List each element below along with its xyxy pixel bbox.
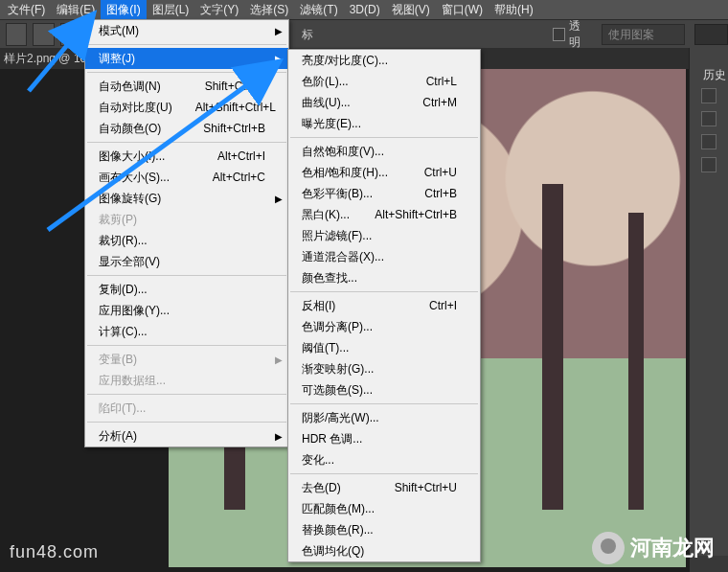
- menu-item[interactable]: 变化...: [288, 449, 480, 470]
- menubar-item[interactable]: 图像(I): [101, 0, 146, 20]
- transparent-checkbox[interactable]: 透明: [553, 18, 590, 51]
- photo-decor: [542, 184, 563, 510]
- menu-item[interactable]: 图像旋转(G)▶: [85, 188, 288, 209]
- menubar-item[interactable]: 文字(Y): [194, 0, 244, 20]
- menu-item: 变量(B)▶: [85, 349, 288, 370]
- menu-item[interactable]: 匹配颜色(M)...: [288, 498, 480, 519]
- menu-item[interactable]: 通道混合器(X)...: [288, 246, 480, 267]
- menu-item[interactable]: 反相(I)Ctrl+I: [288, 295, 480, 316]
- menu-item[interactable]: 应用图像(Y)...: [85, 300, 288, 321]
- menu-item[interactable]: 复制(D)...: [85, 279, 288, 300]
- color-swatch[interactable]: [694, 24, 728, 45]
- menu-item[interactable]: 可选颜色(S)...: [288, 379, 480, 400]
- menu-item[interactable]: 模式(M)▶: [85, 20, 288, 41]
- menu-item[interactable]: 色相/饱和度(H)...Ctrl+U: [288, 162, 480, 183]
- menubar-item[interactable]: 滤镜(T): [294, 0, 343, 20]
- menu-separator: [290, 291, 478, 292]
- menu-item[interactable]: 显示全部(V): [85, 251, 288, 272]
- menu-item[interactable]: 色彩平衡(B)...Ctrl+B: [288, 183, 480, 204]
- menu-separator: [87, 345, 286, 346]
- menu-item: 裁剪(P): [85, 209, 288, 230]
- menu-item[interactable]: 自动色调(N)Shift+Ctrl+L: [85, 76, 288, 97]
- menu-item[interactable]: 颜色查找...: [288, 267, 480, 288]
- menu-separator: [87, 44, 286, 45]
- app-root: 文件(F)编辑(E)图像(I)图层(L)文字(Y)选择(S)滤镜(T)3D(D)…: [0, 0, 728, 572]
- menu-item[interactable]: 色调均化(Q): [288, 540, 480, 561]
- menu-item[interactable]: 画布大小(S)...Alt+Ctrl+C: [85, 167, 288, 188]
- menu-item-label: 自然饱和度(V)...: [302, 144, 457, 160]
- menu-item-label: 陷印(T)...: [99, 400, 265, 417]
- menu-item[interactable]: 亮度/对比度(C)...: [288, 50, 480, 71]
- menu-item[interactable]: 计算(C)...: [85, 321, 288, 342]
- transparent-label: 透明: [569, 18, 590, 51]
- panel-box-3[interactable]: [701, 134, 717, 149]
- menubar-item[interactable]: 选择(S): [244, 0, 294, 20]
- menu-item-shortcut: Ctrl+L: [426, 75, 457, 88]
- opt-button-2[interactable]: [33, 23, 54, 46]
- submenu-arrow-icon: ▶: [275, 194, 283, 204]
- submenu-arrow-icon: ▶: [275, 355, 283, 365]
- panel-box-1[interactable]: [701, 88, 717, 103]
- menu-item[interactable]: 分析(A)▶: [85, 425, 288, 446]
- menubar-item[interactable]: 视图(V): [386, 0, 436, 20]
- menu-item-label: 应用图像(Y)...: [99, 303, 265, 319]
- menu-item[interactable]: 自然饱和度(V)...: [288, 141, 480, 162]
- menu-item-label: 计算(C)...: [99, 324, 265, 340]
- menu-item-label: 分析(A): [99, 428, 265, 445]
- menu-item[interactable]: 自动对比度(U)Alt+Shift+Ctrl+L: [85, 97, 288, 118]
- menubar-item[interactable]: 文件(F): [2, 0, 51, 20]
- menu-item[interactable]: 阴影/高光(W)...: [288, 407, 480, 428]
- menu-item-label: 色调分离(P)...: [302, 319, 457, 335]
- menu-item-label: 图像旋转(G): [99, 191, 265, 207]
- menu-item[interactable]: 裁切(R)...: [85, 230, 288, 251]
- menu-item[interactable]: 图像大小(I)...Alt+Ctrl+I: [85, 146, 288, 167]
- menu-separator: [87, 142, 286, 143]
- menu-item: 陷印(T)...: [85, 398, 288, 419]
- menu-item[interactable]: 黑白(K)...Alt+Shift+Ctrl+B: [288, 204, 480, 225]
- opt-button-3[interactable]: [60, 23, 81, 46]
- opt-button-1[interactable]: [6, 23, 27, 46]
- menu-item-label: 替换颜色(R)...: [302, 522, 457, 538]
- pattern-dropdown[interactable]: 使用图案: [602, 24, 685, 45]
- history-tab[interactable]: 历史: [703, 67, 726, 83]
- menu-item-label: 色相/饱和度(H)...: [302, 165, 401, 181]
- menu-item[interactable]: 自动颜色(O)Shift+Ctrl+B: [85, 118, 288, 139]
- menu-item-label: 阈值(T)...: [302, 340, 457, 356]
- watermark-left: fun48.com: [10, 542, 99, 562]
- menu-separator: [290, 473, 478, 474]
- menu-item-label: 曝光度(E)...: [302, 116, 457, 132]
- menu-item-shortcut: Alt+Shift+Ctrl+B: [375, 208, 457, 221]
- menu-item-label: 自动颜色(O): [99, 121, 180, 137]
- menu-item-label: 通道混合器(X)...: [302, 249, 457, 265]
- opt-label-partial: 标: [302, 27, 313, 43]
- menu-item[interactable]: 渐变映射(G)...: [288, 358, 480, 379]
- checkbox-icon: [553, 28, 565, 41]
- menu-item-shortcut: Alt+Shift+Ctrl+L: [195, 101, 276, 114]
- menu-item[interactable]: 曲线(U)...Ctrl+M: [288, 92, 480, 113]
- menu-image: 模式(M)▶调整(J)▶自动色调(N)Shift+Ctrl+L自动对比度(U)A…: [84, 19, 289, 447]
- menubar-item[interactable]: 帮助(H): [489, 0, 539, 20]
- menubar-item[interactable]: 编辑(E): [51, 0, 101, 20]
- menubar-item[interactable]: 窗口(W): [436, 0, 489, 20]
- menu-item-label: 裁切(R)...: [99, 233, 265, 249]
- menu-item-label: 裁剪(P): [99, 212, 265, 228]
- menu-item[interactable]: 曝光度(E)...: [288, 113, 480, 134]
- menu-item-shortcut: Alt+Ctrl+I: [217, 149, 265, 163]
- panel-box-4[interactable]: [701, 157, 717, 172]
- watermark-right-text: 河南龙网: [630, 534, 715, 562]
- menu-item[interactable]: 色调分离(P)...: [288, 316, 480, 337]
- menu-item[interactable]: 去色(D)Shift+Ctrl+U: [288, 477, 480, 498]
- menubar-item[interactable]: 3D(D): [344, 1, 386, 18]
- menu-separator: [87, 394, 286, 395]
- menu-item[interactable]: HDR 色调...: [288, 428, 480, 449]
- menu-separator: [87, 422, 286, 423]
- menu-item[interactable]: 阈值(T)...: [288, 337, 480, 358]
- menu-item-label: 自动对比度(U): [99, 100, 172, 116]
- menu-item[interactable]: 照片滤镜(F)...: [288, 225, 480, 246]
- panel-box-2[interactable]: [701, 111, 717, 126]
- menu-item[interactable]: 替换颜色(R)...: [288, 519, 480, 540]
- menubar-item[interactable]: 图层(L): [147, 0, 195, 20]
- menu-item[interactable]: 调整(J)▶: [85, 48, 288, 69]
- submenu-arrow-icon: ▶: [275, 54, 283, 64]
- menu-item[interactable]: 色阶(L)...Ctrl+L: [288, 71, 480, 92]
